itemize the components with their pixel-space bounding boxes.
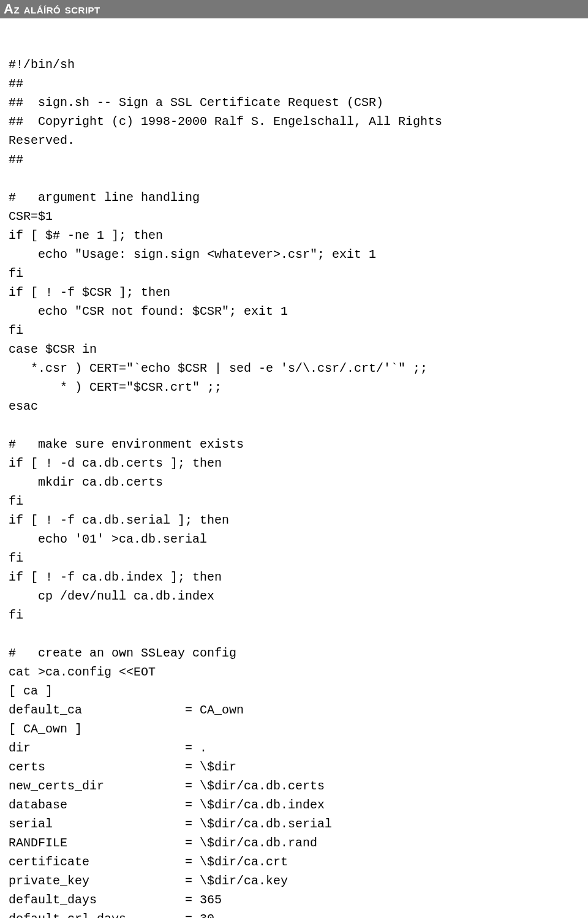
- code-line: echo "Usage: sign.sign <whatever>.csr"; …: [9, 247, 376, 261]
- code-line: if [ ! -d ca.db.certs ]; then: [9, 456, 222, 470]
- code-line: fi: [9, 266, 23, 280]
- code-line: ##: [9, 77, 23, 91]
- code-line: fi: [9, 608, 23, 622]
- code-line: serial = \$dir/ca.db.serial: [9, 817, 332, 831]
- code-line: cp /dev/null ca.db.index: [9, 589, 214, 603]
- code-line: # argument line handling: [9, 190, 200, 205]
- code-line: if [ ! -f $CSR ]; then: [9, 285, 170, 299]
- code-line: echo '01' >ca.db.serial: [9, 532, 207, 546]
- code-line: *.csr ) CERT="`echo $CSR | sed -e 's/\.c…: [9, 361, 428, 375]
- code-line: echo "CSR not found: $CSR"; exit 1: [9, 304, 288, 318]
- code-line: [ CA_own ]: [9, 722, 82, 736]
- code-line: if [ $# -ne 1 ]; then: [9, 228, 163, 243]
- code-line: fi: [9, 494, 23, 508]
- code-line: default_crl_days = 30: [9, 912, 214, 918]
- code-line: fi: [9, 551, 23, 565]
- code-line: esac: [9, 399, 38, 413]
- code-line: ## sign.sh -- Sign a SSL Certificate Req…: [9, 96, 383, 110]
- page: Az aláíró script #!/bin/sh ## ## sign.sh…: [0, 0, 588, 918]
- code-line: [ ca ]: [9, 684, 53, 698]
- code-line: default_ca = CA_own: [9, 703, 244, 717]
- code-line: fi: [9, 323, 23, 337]
- code-line: if [ ! -f ca.db.serial ]; then: [9, 513, 229, 527]
- code-line: #!/bin/sh: [9, 58, 75, 72]
- code-line: database = \$dir/ca.db.index: [9, 798, 325, 812]
- code-line: * ) CERT="$CSR.crt" ;;: [9, 380, 222, 394]
- code-line: # make sure environment exists: [9, 437, 244, 451]
- code-line: dir = .: [9, 741, 207, 755]
- code-line: new_certs_dir = \$dir/ca.db.certs: [9, 779, 325, 793]
- code-line: mkdir ca.db.certs: [9, 475, 163, 489]
- code-line: # create an own SSLeay config: [9, 646, 236, 660]
- code-line: ##: [9, 152, 23, 167]
- code-line: ## Copyright (c) 1998-2000 Ralf S. Engel…: [9, 115, 442, 148]
- code-line: RANDFILE = \$dir/ca.db.rand: [9, 836, 317, 850]
- code-line: certs = \$dir: [9, 760, 236, 774]
- code-line: certificate = \$dir/ca.crt: [9, 855, 288, 869]
- code-line: cat >ca.config <<EOT: [9, 665, 156, 679]
- code-line: default_days = 365: [9, 893, 222, 907]
- code-line: if [ ! -f ca.db.index ]; then: [9, 570, 222, 584]
- code-block: #!/bin/sh ## ## sign.sh -- Sign a SSL Ce…: [0, 18, 588, 918]
- section-header: Az aláíró script: [0, 0, 588, 18]
- code-line: CSR=$1: [9, 209, 53, 224]
- code-line: case $CSR in: [9, 342, 97, 356]
- code-line: private_key = \$dir/ca.key: [9, 874, 288, 888]
